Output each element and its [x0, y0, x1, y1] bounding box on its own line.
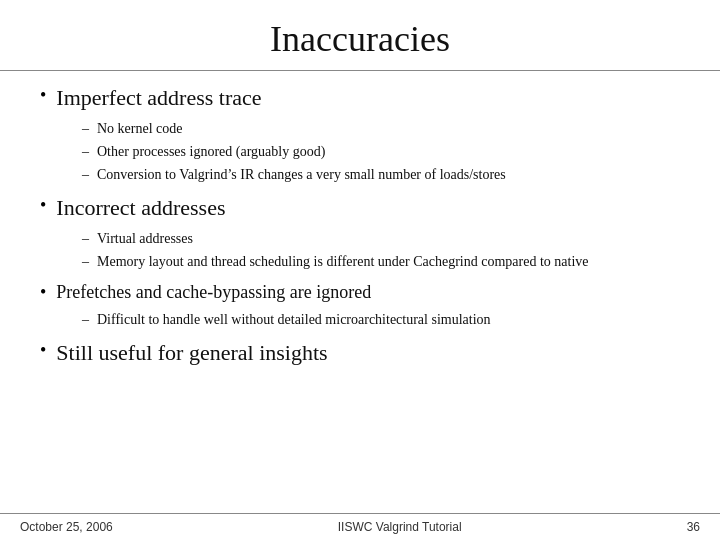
- sub-dash: –: [82, 309, 89, 330]
- sub-text-no-kernel: No kernel code: [97, 118, 183, 139]
- slide: Inaccuracies • Imperfect address trace –…: [0, 0, 720, 540]
- bullet-text-incorrect: Incorrect addresses: [56, 193, 225, 224]
- bullet-main-prefetches: • Prefetches and cache-bypassing are ign…: [40, 280, 680, 305]
- bullet-prefetches: • Prefetches and cache-bypassing are ign…: [40, 280, 680, 330]
- sub-dash: –: [82, 164, 89, 185]
- slide-title: Inaccuracies: [40, 18, 680, 60]
- sub-item-conversion: – Conversion to Valgrind’s IR changes a …: [82, 164, 680, 185]
- sub-text-difficult: Difficult to handle well without detaile…: [97, 309, 491, 330]
- footer-date: October 25, 2006: [20, 520, 113, 534]
- sub-text-other-processes: Other processes ignored (arguably good): [97, 141, 325, 162]
- slide-footer: October 25, 2006 IISWC Valgrind Tutorial…: [0, 513, 720, 540]
- sub-item-difficult: – Difficult to handle well without detai…: [82, 309, 680, 330]
- sub-list-imperfect: – No kernel code – Other processes ignor…: [82, 118, 680, 185]
- bullet-incorrect: • Incorrect addresses – Virtual addresse…: [40, 193, 680, 272]
- bullet-dot-still-useful: •: [40, 338, 46, 363]
- bullet-main-incorrect: • Incorrect addresses: [40, 193, 680, 224]
- sub-item-no-kernel: – No kernel code: [82, 118, 680, 139]
- bullet-main-imperfect: • Imperfect address trace: [40, 83, 680, 114]
- bullet-imperfect: • Imperfect address trace – No kernel co…: [40, 83, 680, 185]
- sub-dash: –: [82, 118, 89, 139]
- footer-title: IISWC Valgrind Tutorial: [338, 520, 462, 534]
- sub-item-memory-layout: – Memory layout and thread scheduling is…: [82, 251, 680, 272]
- sub-text-memory-layout: Memory layout and thread scheduling is d…: [97, 251, 589, 272]
- bullet-text-still-useful: Still useful for general insights: [56, 338, 327, 369]
- sub-dash: –: [82, 251, 89, 272]
- bullet-text-prefetches: Prefetches and cache-bypassing are ignor…: [56, 280, 371, 305]
- bullet-dot-imperfect: •: [40, 83, 46, 108]
- sub-dash: –: [82, 141, 89, 162]
- sub-list-prefetches: – Difficult to handle well without detai…: [82, 309, 680, 330]
- bullet-dot-incorrect: •: [40, 193, 46, 218]
- bullet-still-useful: • Still useful for general insights: [40, 338, 680, 369]
- sub-list-incorrect: – Virtual addresses – Memory layout and …: [82, 228, 680, 272]
- sub-text-virtual: Virtual addresses: [97, 228, 193, 249]
- bullet-text-imperfect: Imperfect address trace: [56, 83, 261, 114]
- slide-content: • Imperfect address trace – No kernel co…: [0, 71, 720, 513]
- footer-page-number: 36: [687, 520, 700, 534]
- bullet-dot-prefetches: •: [40, 280, 46, 305]
- sub-dash: –: [82, 228, 89, 249]
- slide-header: Inaccuracies: [0, 0, 720, 71]
- sub-item-virtual: – Virtual addresses: [82, 228, 680, 249]
- sub-text-conversion: Conversion to Valgrind’s IR changes a ve…: [97, 164, 506, 185]
- sub-item-other-processes: – Other processes ignored (arguably good…: [82, 141, 680, 162]
- bullet-main-still-useful: • Still useful for general insights: [40, 338, 680, 369]
